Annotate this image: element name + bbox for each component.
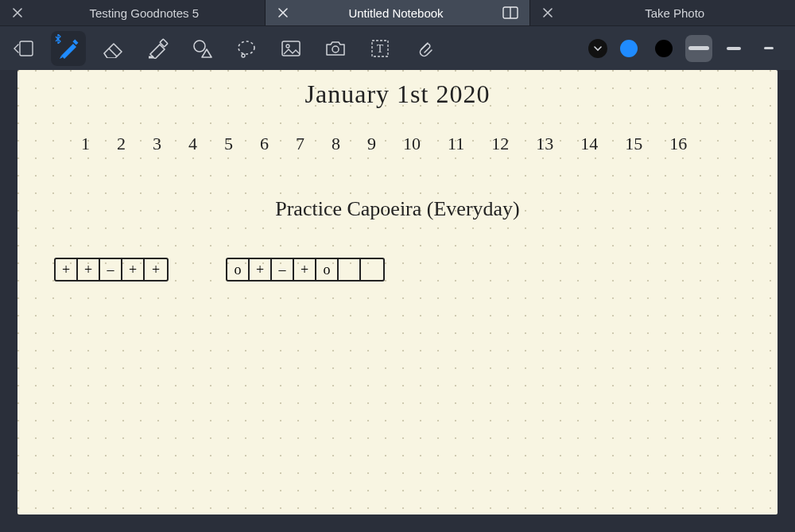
color-swatch-blue[interactable] (615, 35, 642, 62)
number-cell: 15 (625, 134, 642, 154)
close-tab-icon[interactable] (541, 6, 554, 19)
highlighter-tool[interactable] (140, 31, 175, 66)
stroke-width-medium[interactable] (720, 35, 747, 62)
number-cell: 11 (448, 134, 464, 154)
tab-take-photo[interactable]: Take Photo (529, 0, 795, 25)
svg-text:T: T (377, 43, 384, 55)
habit-track-1: ++–++ (54, 258, 169, 282)
number-cell: 1 (81, 134, 90, 154)
color-dot-icon (655, 40, 673, 57)
track-cell: + (294, 259, 316, 280)
bluetooth-icon (54, 34, 62, 44)
svg-line-4 (109, 49, 117, 56)
note-page[interactable]: January 1st 2020 12345678910111213141516… (17, 70, 778, 515)
note-title: January 1st 2020 (305, 80, 491, 109)
tab-label: Take Photo (565, 6, 784, 20)
track-cell (361, 259, 383, 280)
svg-point-6 (194, 41, 205, 52)
tab-untitled-notebook[interactable]: Untitled Notebook (265, 0, 530, 25)
split-view-icon[interactable] (502, 5, 518, 21)
shape-tool[interactable] (184, 31, 219, 66)
number-cell: 7 (296, 134, 304, 154)
pen-tool[interactable] (51, 31, 86, 66)
note-subhead: Practice Capoeira (Everyday) (275, 197, 520, 221)
track-cell (339, 259, 361, 280)
text-tool[interactable]: T (363, 31, 398, 66)
number-cell: 10 (403, 134, 421, 154)
number-cell: 6 (260, 134, 269, 154)
tab-label: Testing Goodnotes 5 (35, 6, 254, 20)
svg-rect-3 (72, 39, 78, 45)
tab-testing-goodnotes[interactable]: Testing Goodnotes 5 (0, 0, 265, 25)
style-group (588, 35, 789, 62)
track-cell: – (272, 259, 294, 280)
habit-track-2: o+–+o (226, 258, 385, 282)
number-cell: 2 (117, 134, 126, 154)
svg-point-7 (238, 41, 254, 54)
number-cell: 4 (188, 134, 197, 154)
image-tool[interactable] (273, 31, 308, 66)
close-tab-icon[interactable] (277, 6, 289, 19)
number-cell: 16 (669, 134, 687, 154)
track-cell: o (227, 259, 250, 280)
eraser-tool[interactable] (95, 31, 130, 66)
number-cell: 3 (153, 134, 161, 154)
svg-point-11 (332, 46, 339, 52)
number-cell: 13 (536, 134, 553, 154)
track-cell: + (145, 259, 167, 280)
svg-rect-2 (20, 41, 33, 56)
page-nav-button[interactable] (6, 31, 41, 66)
tab-label: Untitled Notebook (301, 6, 492, 20)
number-cell: 5 (224, 134, 233, 154)
color-dot-icon (620, 40, 638, 57)
number-cell: 9 (367, 134, 376, 154)
track-cell: + (78, 259, 100, 280)
tab-bar: Testing Goodnotes 5 Untitled Notebook Ta… (0, 0, 795, 25)
attachment-tool[interactable] (407, 31, 442, 66)
close-tab-icon[interactable] (11, 6, 24, 19)
track-cell: – (100, 259, 122, 280)
stroke-width-large[interactable] (685, 35, 712, 62)
track-cell: o (316, 259, 339, 280)
color-swatch-black[interactable] (650, 35, 677, 62)
stroke-width-small[interactable] (755, 35, 782, 62)
number-cell: 8 (332, 134, 340, 154)
habit-tracks: ++–++ o+–+o (54, 258, 385, 282)
number-cell: 14 (580, 134, 598, 154)
track-cell: + (250, 259, 272, 280)
number-row: 12345678910111213141516 (81, 134, 746, 154)
track-cell: + (122, 259, 145, 280)
camera-tool[interactable] (318, 31, 353, 66)
toolbar: T (0, 25, 795, 70)
track-cell: + (56, 259, 78, 280)
lasso-tool[interactable] (229, 31, 264, 66)
style-dropdown[interactable] (588, 39, 607, 58)
svg-point-8 (242, 54, 245, 57)
svg-point-10 (286, 45, 289, 48)
page-viewport: January 1st 2020 12345678910111213141516… (0, 70, 795, 532)
number-cell: 12 (491, 134, 509, 154)
